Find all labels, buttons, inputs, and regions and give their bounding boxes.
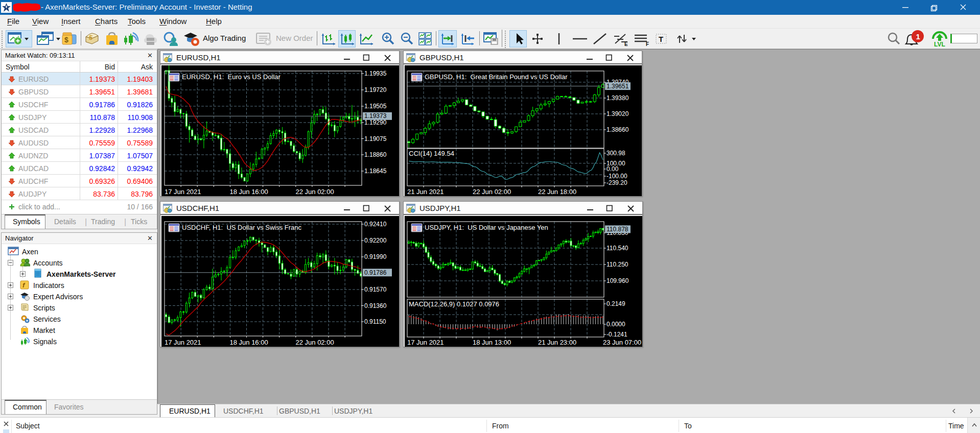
svg-text:22 Jun 02:00: 22 Jun 02:00: [296, 188, 334, 196]
svg-text:17 Jun 2021: 17 Jun 2021: [165, 339, 201, 346]
svg-text:F: F: [646, 41, 649, 46]
svg-text:110.250: 110.250: [606, 261, 628, 268]
svg-text:1.38660: 1.38660: [606, 126, 629, 133]
svg-text:0.91570: 0.91570: [364, 286, 387, 293]
svg-text:21 Jun 23:00: 21 Jun 23:00: [538, 339, 576, 346]
svg-text:0.2149: 0.2149: [606, 300, 625, 307]
svg-text:23 Jun 07:00: 23 Jun 07:00: [603, 339, 641, 346]
svg-text:22 Jun 02:00: 22 Jun 02:00: [296, 339, 334, 346]
svg-text:-239.20: -239.20: [606, 179, 627, 186]
svg-text:LVL: LVL: [934, 41, 945, 48]
svg-text:1.19075: 1.19075: [364, 135, 387, 142]
svg-text:1: 1: [916, 32, 920, 41]
svg-text:1.19290: 1.19290: [364, 119, 387, 126]
svg-text:USDJPY, H1: US Dollar vs Japa: USDJPY, H1: US Dollar vs Japanese Yen: [425, 224, 548, 231]
svg-text:22 Jun 18:00: 22 Jun 18:00: [538, 188, 576, 196]
svg-text:E: E: [624, 41, 628, 46]
svg-text:EURUSD, H1: Euro vs US Dollar: EURUSD, H1: Euro vs US Dollar: [182, 73, 281, 81]
svg-text:USDCHF, H1: US Dollar vs Swis: USDCHF, H1: US Dollar vs Swiss Franc: [182, 224, 302, 231]
svg-text:0.91150: 0.91150: [364, 318, 386, 325]
svg-text:1.18645: 1.18645: [364, 167, 387, 175]
svg-text:1.19505: 1.19505: [364, 103, 387, 110]
svg-text:0.92200: 0.92200: [364, 237, 387, 244]
svg-text:21 Jun 2021: 21 Jun 2021: [407, 188, 444, 196]
svg-text:109.960: 109.960: [606, 277, 629, 284]
svg-text:300.98: 300.98: [606, 150, 625, 157]
svg-text:17 Jun 2021: 17 Jun 2021: [407, 339, 444, 346]
svg-text:1.19720: 1.19720: [364, 86, 387, 93]
svg-text:18 Jun 16:00: 18 Jun 16:00: [230, 339, 268, 346]
svg-text:-0.1241: -0.1241: [606, 331, 627, 338]
svg-text:0.91990: 0.91990: [364, 253, 387, 260]
svg-text:1.39020: 1.39020: [606, 110, 629, 117]
svg-text:0.91360: 0.91360: [364, 302, 387, 309]
svg-text:MACD(12,26,9) 0.1027 0.0976: MACD(12,26,9) 0.1027 0.0976: [409, 300, 499, 308]
svg-text:110.540: 110.540: [606, 245, 628, 252]
svg-text:CCI(14) 149.54: CCI(14) 149.54: [409, 150, 454, 157]
svg-text:1.39380: 1.39380: [606, 94, 629, 102]
svg-text:-100.00: -100.00: [606, 173, 627, 180]
svg-text:GBPUSD, H1: Great Britain Pou: GBPUSD, H1: Great Britain Pound vs US Do…: [425, 73, 568, 81]
svg-text:0.92410: 0.92410: [364, 221, 387, 228]
svg-text:18 Jun 13:00: 18 Jun 13:00: [473, 339, 511, 346]
svg-text:$: $: [64, 36, 68, 44]
svg-text:1.18860: 1.18860: [364, 151, 387, 158]
svg-text:22 Jun 02:00: 22 Jun 02:00: [473, 188, 511, 196]
svg-text:T: T: [659, 35, 663, 43]
svg-text:1.39651: 1.39651: [606, 83, 629, 90]
svg-text:0.91786: 0.91786: [364, 269, 387, 276]
svg-text:110.878: 110.878: [606, 226, 628, 233]
svg-text:0.00: 0.00: [606, 165, 619, 173]
svg-text:17 Jun 2021: 17 Jun 2021: [165, 188, 201, 196]
svg-text:1.19373: 1.19373: [364, 112, 387, 119]
svg-text:1.19935: 1.19935: [364, 70, 387, 77]
svg-text:18 Jun 16:00: 18 Jun 16:00: [230, 188, 268, 196]
svg-text:0.0000: 0.0000: [606, 321, 625, 328]
